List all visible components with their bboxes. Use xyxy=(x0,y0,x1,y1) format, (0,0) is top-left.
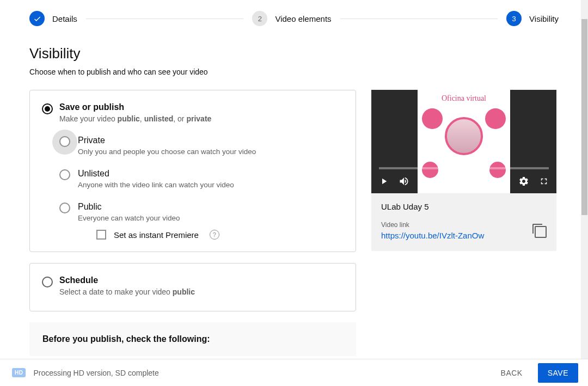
option-public[interactable]: Public Everyone can watch your video Set… xyxy=(59,202,344,240)
video-preview-card: Oficina virtual xyxy=(371,90,556,251)
time-display: 0:00 / 0:05 xyxy=(419,177,456,186)
step-number-icon: 3 xyxy=(506,11,522,26)
play-icon[interactable] xyxy=(379,176,389,186)
back-button[interactable]: BACK xyxy=(493,363,530,383)
unlisted-desc: Anyone with the video link can watch you… xyxy=(78,181,234,189)
step-label: Video elements xyxy=(275,14,331,23)
save-publish-radio[interactable] xyxy=(42,103,53,114)
player-controls: 0:00 / 0:05 xyxy=(371,169,556,193)
unlisted-radio[interactable] xyxy=(59,169,70,180)
public-title: Public xyxy=(78,202,219,212)
page-subtitle: Choose when to publish and who can see y… xyxy=(29,68,559,76)
video-title: ULab Uday 5 xyxy=(381,202,547,211)
step-label: Visibility xyxy=(529,14,559,23)
scrollbar[interactable] xyxy=(581,0,588,359)
premiere-checkbox[interactable] xyxy=(96,230,106,240)
step-label: Details xyxy=(52,14,77,23)
save-or-publish-card: Save or publish Make your video public, … xyxy=(29,90,356,252)
link-label: Video link xyxy=(381,221,484,229)
scrollbar-thumb[interactable] xyxy=(581,19,587,215)
step-visibility[interactable]: 3 Visibility xyxy=(506,11,559,26)
video-link[interactable]: https://youtu.be/IVzlt-ZanOw xyxy=(381,231,484,240)
premiere-label: Set as instant Premiere xyxy=(114,230,199,240)
public-radio[interactable] xyxy=(59,203,70,213)
private-title: Private xyxy=(78,136,256,145)
gear-icon[interactable] xyxy=(518,176,529,187)
upload-stepper: Details 2 Video elements 3 Visibility xyxy=(29,11,559,26)
schedule-title: Schedule xyxy=(59,275,195,285)
step-divider xyxy=(86,19,244,19)
step-details[interactable]: Details xyxy=(29,11,77,26)
public-desc: Everyone can watch your video xyxy=(78,214,219,222)
option-unlisted[interactable]: Unlisted Anyone with the video link can … xyxy=(59,169,344,189)
hd-badge-icon: HD xyxy=(12,368,26,377)
step-video-elements[interactable]: 2 Video elements xyxy=(252,11,331,26)
save-publish-desc: Make your video public, unlisted, or pri… xyxy=(59,114,211,123)
fullscreen-icon[interactable] xyxy=(539,176,549,186)
schedule-desc: Select a date to make your video public xyxy=(59,287,195,296)
video-player[interactable]: Oficina virtual xyxy=(371,90,556,193)
save-button[interactable]: SAVE xyxy=(538,363,578,383)
before-publish-title: Before you publish, check the following: xyxy=(42,334,343,344)
private-desc: Only you and people you choose can watch… xyxy=(78,148,256,156)
schedule-radio[interactable] xyxy=(42,277,53,287)
step-divider xyxy=(340,19,498,19)
processing-status: Processing HD version, SD complete xyxy=(33,369,158,377)
copy-icon[interactable] xyxy=(535,226,547,238)
page-title: Visibility xyxy=(29,45,559,62)
volume-icon[interactable] xyxy=(399,176,409,187)
help-icon[interactable]: ? xyxy=(210,230,219,240)
save-publish-title: Save or publish xyxy=(59,102,211,112)
option-private[interactable]: Private Only you and people you choose c… xyxy=(59,136,344,156)
unlisted-title: Unlisted xyxy=(78,169,234,179)
check-icon xyxy=(29,11,45,26)
step-number-icon: 2 xyxy=(252,11,267,26)
footer-bar: HD Processing HD version, SD complete BA… xyxy=(0,359,588,386)
private-radio[interactable] xyxy=(59,136,70,147)
before-publish-box: Before you publish, check the following: xyxy=(29,322,356,356)
schedule-card[interactable]: Schedule Select a date to make your vide… xyxy=(29,263,356,311)
